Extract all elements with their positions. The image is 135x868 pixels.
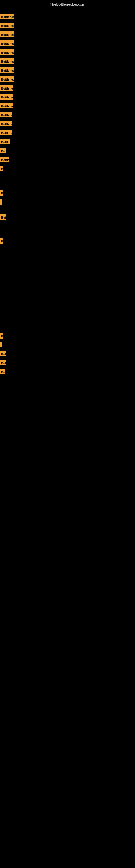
bar-row-6: Bottleneck resu bbox=[0, 58, 14, 64]
bar-row-16: Bo bbox=[0, 148, 6, 153]
bar-row-12: Bottleneck r bbox=[0, 112, 12, 118]
bar-row-9: Bottleneck res bbox=[0, 85, 13, 91]
bar-label-10: Bottleneck res bbox=[0, 94, 13, 99]
bar-row-26 bbox=[0, 342, 2, 347]
bar-label-21 bbox=[0, 199, 2, 205]
bar-row-17: Bottler bbox=[0, 157, 9, 162]
bar-label-26 bbox=[0, 342, 2, 347]
bar-label-29: Bo bbox=[0, 369, 5, 374]
bar-label-6: Bottleneck resu bbox=[0, 58, 14, 64]
bar-row-15: Bottlene bbox=[0, 139, 10, 144]
bar-row-21 bbox=[0, 199, 2, 205]
bar-row-10: Bottleneck res bbox=[0, 94, 13, 99]
bar-row-29: Bo bbox=[0, 369, 5, 374]
bar-row-25: B bbox=[0, 333, 3, 339]
bar-row-4: Bottleneck resu bbox=[0, 40, 14, 46]
bar-row-2: Bottleneck resu bbox=[0, 23, 14, 28]
bar-label-15: Bottlene bbox=[0, 139, 10, 144]
bar-label-9: Bottleneck res bbox=[0, 85, 13, 91]
bar-label-17: Bottler bbox=[0, 157, 9, 162]
bar-label-2: Bottleneck resu bbox=[0, 23, 14, 28]
bar-label-4: Bottleneck resu bbox=[0, 40, 14, 46]
bar-label-24: B bbox=[0, 238, 3, 244]
bar-label-5: Bottleneck resu bbox=[0, 50, 14, 55]
bar-row-8: Bottleneck resu bbox=[0, 76, 14, 82]
bar-label-14: Bottleneck r bbox=[0, 130, 12, 135]
bar-row-24: B bbox=[0, 238, 3, 244]
bar-label-12: Bottleneck r bbox=[0, 112, 12, 118]
site-title: TheBottlenecker.com bbox=[0, 0, 135, 8]
bar-row-20: B bbox=[0, 190, 3, 195]
bar-row-1: Bottleneck resu bbox=[0, 13, 14, 19]
bar-label-28: Bot bbox=[0, 360, 6, 365]
bar-row-28: Bot bbox=[0, 360, 6, 365]
bar-row-18: B bbox=[0, 166, 3, 171]
bar-label-7: Bottleneck resu bbox=[0, 67, 14, 73]
bar-row-27: Bot bbox=[0, 351, 6, 356]
bar-label-8: Bottleneck resu bbox=[0, 76, 14, 82]
bar-label-11: Bottleneck re bbox=[0, 103, 13, 108]
bar-label-3: Bottleneck resu bbox=[0, 31, 14, 37]
bar-label-22: Bot bbox=[0, 214, 6, 220]
bar-label-18: B bbox=[0, 166, 3, 171]
bar-label-16: Bo bbox=[0, 148, 6, 153]
bar-label-20: B bbox=[0, 190, 3, 195]
bar-row-3: Bottleneck resu bbox=[0, 31, 14, 37]
bar-label-13: Bottleneck r bbox=[0, 121, 12, 126]
bar-label-1: Bottleneck resu bbox=[0, 13, 14, 19]
bar-row-11: Bottleneck re bbox=[0, 103, 13, 108]
bar-label-27: Bot bbox=[0, 351, 6, 356]
bar-row-22: Bot bbox=[0, 214, 6, 220]
bar-row-13: Bottleneck r bbox=[0, 121, 12, 126]
bar-label-25: B bbox=[0, 333, 3, 339]
bar-row-7: Bottleneck resu bbox=[0, 67, 14, 73]
bar-row-14: Bottleneck r bbox=[0, 130, 12, 135]
bar-row-5: Bottleneck resu bbox=[0, 50, 14, 55]
